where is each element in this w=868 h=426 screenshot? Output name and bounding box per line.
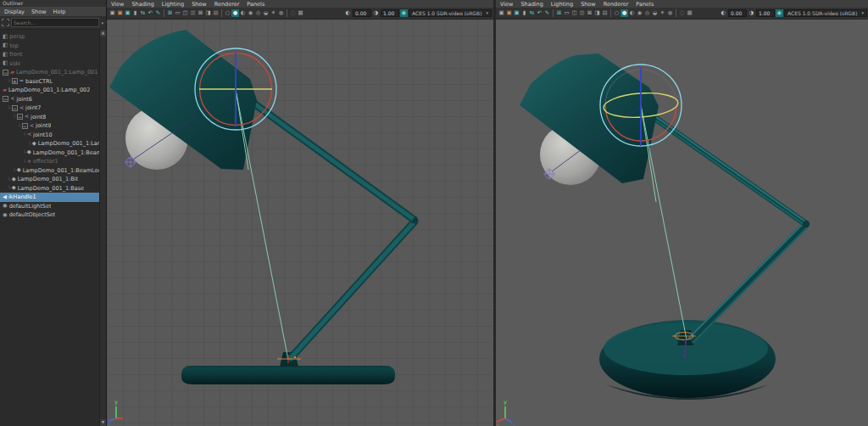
select-camera-icon[interactable]: ▣ [498, 9, 505, 17]
image-plane-icon[interactable]: ▮ [131, 9, 139, 17]
exposure-field[interactable]: 0.00 [728, 9, 747, 17]
outliner-menu-item[interactable]: Help [53, 8, 66, 15]
ambient-occlusion-icon[interactable]: ◌ [289, 9, 297, 17]
anti-alias-icon[interactable]: ▦ [297, 9, 304, 17]
camera-bookmark-icon[interactable]: ▣ [124, 9, 131, 17]
search-options-chevron-icon[interactable]: ▾ [101, 20, 104, 25]
side-viewport-canvas[interactable]: y z [107, 20, 493, 426]
scroll-down-icon[interactable]: ▼ [100, 419, 106, 426]
expand-toggle[interactable]: − [22, 123, 28, 129]
outliner-menu-item[interactable]: Display [4, 8, 25, 15]
expand-toggle[interactable]: − [3, 96, 8, 102]
lamp-elbow-joint[interactable] [803, 221, 810, 227]
viewport-menu-item[interactable]: View [500, 1, 513, 8]
grease-pencil-undo-icon[interactable]: ↶ [536, 9, 543, 17]
safe-action-icon[interactable]: ⊠ [586, 9, 593, 17]
outliner-row[interactable]: └ ≺ joint10 [0, 131, 106, 140]
outliner-row[interactable]: └ − ≺ joint8 [0, 113, 106, 122]
viewport-menu-item[interactable]: Shading [520, 1, 542, 8]
view-transform-select[interactable]: ACES 1.0 SDR-video (sRGB) ▾ [784, 9, 867, 17]
search-input[interactable] [11, 18, 99, 27]
toolbar-separator[interactable] [676, 9, 676, 17]
expand-toggle[interactable]: + [12, 78, 18, 84]
viewport-menu-item[interactable]: Show [192, 1, 207, 8]
grease-pencil-icon[interactable]: ✎ [543, 9, 551, 17]
2d-pan-zoom-icon[interactable]: ⇆ [139, 9, 147, 17]
persp-viewport-canvas[interactable]: y x z [496, 20, 868, 426]
outliner-row[interactable]: ◀ ikHandle1 [0, 193, 106, 202]
outliner-row[interactable]: └ + effector1 [0, 157, 106, 166]
xray-icon[interactable]: ◒ [651, 9, 659, 17]
view-transform-icon[interactable]: ◉ [400, 9, 408, 17]
outliner-row[interactable]: ◉ defaultLightSet [0, 202, 106, 211]
toolbar-separator[interactable] [553, 9, 554, 17]
image-plane-icon[interactable]: ▮ [520, 9, 528, 17]
textured-icon[interactable]: ◐ [628, 9, 636, 17]
camera-attributes-icon[interactable]: ▣ [116, 9, 124, 17]
outliner-row[interactable]: └ − ≺ joint7 [0, 104, 106, 113]
outliner-row[interactable]: − ▰ LampDemo_001_1:Lamp_001 [0, 68, 106, 77]
outliner-row[interactable]: └ − ≺ joint9 [0, 121, 106, 131]
2d-pan-zoom-icon[interactable]: ⇆ [528, 9, 536, 17]
scroll-up-icon[interactable]: ▲ [100, 30, 106, 36]
outliner-row[interactable]: └ ◆ LampDemo_001_1:Bit [0, 175, 106, 184]
side-viewport-scene[interactable]: y z [107, 20, 493, 426]
viewport-menu-item[interactable]: Panels [636, 1, 654, 8]
outliner-row[interactable]: └ ◆ LampDemo_001_1:Lampshade [0, 139, 106, 149]
gate-mask-icon[interactable]: ▤ [212, 9, 220, 17]
lamp-elbow-joint[interactable] [413, 218, 419, 224]
view-transform-select[interactable]: ACES 1.0 SDR-video (sRGB) ▾ [409, 9, 492, 17]
default-material-icon[interactable]: ◉ [247, 9, 254, 17]
resolution-gate-icon[interactable]: ▭ [174, 9, 181, 17]
wireframe-icon[interactable]: ○ [224, 9, 231, 17]
gamma-icon[interactable]: ◑ [372, 9, 380, 17]
shadows-icon[interactable]: ● [666, 9, 674, 17]
gamma-icon[interactable]: ◑ [748, 9, 755, 17]
viewport-menu-item[interactable]: Renderer [214, 1, 240, 8]
viewport-menu-item[interactable]: Lighting [551, 1, 573, 8]
resolution-gate-icon[interactable]: ▭ [563, 9, 570, 17]
field-chart-icon[interactable]: ▥ [578, 9, 586, 17]
outliner-row[interactable]: ◧ top [0, 42, 106, 51]
lighting-icon[interactable]: ☀ [659, 9, 666, 17]
viewport-menu-item[interactable]: Renderer [604, 1, 629, 8]
outliner-row[interactable]: └ ◆ LampDemo_001_1:Base [0, 184, 106, 193]
gamma-field[interactable]: 1.00 [756, 9, 775, 17]
view-transform-icon[interactable]: ◉ [776, 9, 783, 17]
wire-on-shaded-icon[interactable]: ◎ [254, 9, 262, 17]
safe-action-icon[interactable]: ⊠ [197, 9, 204, 17]
lighting-icon[interactable]: ☀ [270, 9, 277, 17]
toolbar-separator[interactable] [221, 9, 222, 17]
toolbar-separator[interactable] [164, 9, 164, 17]
select-camera-icon[interactable]: ▣ [108, 9, 116, 17]
field-chart-icon[interactable]: ▥ [189, 9, 197, 17]
xray-icon[interactable]: ◒ [262, 9, 270, 17]
exposure-field[interactable]: 0.00 [353, 9, 371, 17]
camera-attributes-icon[interactable]: ▣ [505, 9, 513, 17]
persp-viewport-scene[interactable]: y x z [496, 20, 868, 426]
toolbar-separator[interactable] [610, 9, 611, 17]
outliner-row[interactable]: └ ◆ LampDemo_001_1:BeamLower [0, 166, 106, 176]
viewport-menu-item[interactable]: View [111, 1, 124, 8]
gate-mask-icon[interactable]: ▤ [601, 9, 609, 17]
safe-title-icon[interactable]: ◨ [204, 9, 212, 17]
toolbar-separator[interactable] [287, 9, 287, 17]
camera-bookmark-icon[interactable]: ▣ [513, 9, 520, 17]
outliner-row[interactable]: ◧ side [0, 59, 106, 69]
no-gate-icon[interactable]: ⊞ [166, 9, 174, 17]
exposure-icon[interactable]: ◐ [720, 9, 727, 17]
grease-pencil-icon[interactable]: ✎ [154, 9, 162, 17]
ambient-occlusion-icon[interactable]: ◌ [678, 9, 686, 17]
filter-icon[interactable] [2, 19, 9, 26]
expand-toggle[interactable]: − [17, 114, 23, 120]
shadows-icon[interactable]: ● [277, 9, 285, 17]
outliner-menu-item[interactable]: Show [31, 8, 47, 15]
film-gate-icon[interactable]: ◫ [570, 9, 578, 17]
expand-toggle[interactable]: − [3, 70, 8, 76]
textured-icon[interactable]: ◐ [239, 9, 247, 17]
default-material-icon[interactable]: ◉ [636, 9, 643, 17]
safe-title-icon[interactable]: ◨ [593, 9, 601, 17]
outliner-row[interactable]: − ≺ joint6 [0, 95, 106, 104]
outliner-row[interactable]: ◧ persp [0, 32, 106, 42]
viewport-menu-item[interactable]: Lighting [162, 1, 184, 8]
